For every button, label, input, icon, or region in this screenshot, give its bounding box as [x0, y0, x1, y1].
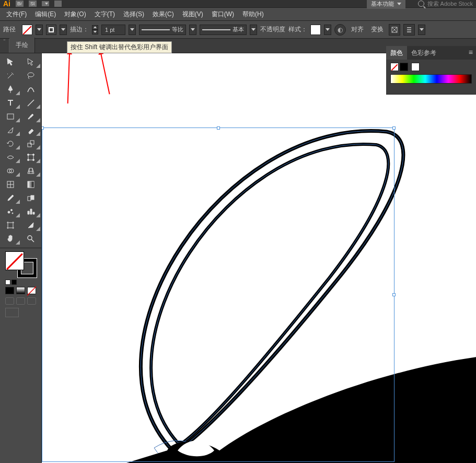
ruler-origin: “ [0, 39, 9, 53]
selection-handle[interactable] [392, 126, 396, 130]
default-fill-stroke-icon[interactable] [5, 280, 17, 285]
panel-tabs: 颜色 色彩参考 ≡ [386, 46, 476, 60]
pen-tool[interactable] [0, 83, 21, 96]
symbol-sprayer-tool[interactable] [0, 205, 21, 218]
menu-select[interactable]: 选择(S) [119, 8, 148, 21]
shaper-tool[interactable] [0, 123, 21, 137]
color-mode-gradient[interactable] [16, 287, 25, 294]
width-tool[interactable] [0, 151, 21, 164]
color-mode-row [0, 287, 41, 294]
profile-dropdown[interactable] [189, 25, 196, 35]
menu-edit[interactable]: 编辑(E) [31, 8, 60, 21]
variable-width-profile[interactable]: 等比 [139, 25, 186, 35]
stock-button[interactable]: St [29, 1, 37, 7]
search-stock-field[interactable]: 搜索 Adobe Stock [418, 0, 473, 8]
workspace-switcher[interactable]: 基本功能 [367, 0, 405, 9]
isolate-button[interactable] [389, 24, 400, 36]
curvature-tool[interactable] [21, 83, 42, 96]
menu-help[interactable]: 帮助(H) [238, 8, 268, 21]
draw-inside[interactable] [27, 297, 36, 305]
chevron-down-icon [130, 28, 134, 31]
type-tool[interactable] [0, 96, 21, 110]
stroke-weight-field[interactable]: 1 pt [101, 25, 125, 35]
menu-object[interactable]: 对象(O) [60, 8, 90, 21]
selection-type-label: 路径 [3, 25, 16, 34]
transform-button[interactable]: 变换 [369, 24, 386, 35]
rectangle-tool[interactable] [0, 110, 21, 123]
color-spectrum[interactable] [390, 74, 472, 84]
tab-color-guide[interactable]: 色彩参考 [407, 46, 440, 60]
blend-tool[interactable] [21, 191, 42, 205]
menu-window[interactable]: 窗口(W) [207, 8, 238, 21]
menu-effect[interactable]: 效果(C) [148, 8, 178, 21]
slice-tool[interactable] [21, 218, 42, 232]
fill-swatch[interactable] [22, 25, 32, 35]
shape-builder-tool[interactable] [0, 164, 21, 178]
color-mode-none[interactable] [27, 287, 36, 294]
opacity-label[interactable]: 不透明度 [260, 25, 285, 34]
stroke-swatch[interactable] [46, 25, 56, 35]
rotate-tool[interactable] [0, 137, 21, 151]
svg-rect-15 [31, 195, 34, 200]
graphic-style-swatch[interactable] [310, 25, 321, 35]
free-transform-tool[interactable] [21, 151, 42, 164]
fill-color-box[interactable] [5, 251, 24, 270]
svg-point-16 [8, 211, 10, 213]
gradient-tool[interactable] [21, 178, 42, 191]
mesh-tool[interactable] [0, 178, 21, 191]
panel-stroke-swatch[interactable] [400, 63, 408, 71]
search-placeholder: 搜索 Adobe Stock [427, 0, 473, 8]
chevron-down-icon [37, 28, 41, 31]
selection-handle[interactable] [392, 293, 396, 296]
fill-stroke-indicator[interactable] [5, 251, 37, 277]
eyedropper-tool[interactable] [0, 191, 21, 205]
menu-view[interactable]: 视图(V) [178, 8, 207, 21]
scale-tool[interactable] [21, 137, 42, 151]
menu-file[interactable]: 文件(F) [2, 8, 31, 21]
selection-handle[interactable] [217, 126, 220, 130]
svg-point-17 [10, 210, 12, 211]
panel-white-swatch[interactable] [411, 63, 420, 71]
panel-fill-swatch[interactable] [390, 63, 399, 71]
brush-dropdown[interactable] [250, 25, 257, 35]
lasso-tool[interactable] [21, 69, 42, 83]
color-mode-solid[interactable] [5, 287, 14, 294]
stroke-weight-stepper[interactable] [92, 25, 98, 34]
chevron-down-icon [251, 28, 256, 31]
zoom-tool[interactable] [21, 232, 42, 246]
canvas[interactable] [42, 53, 476, 463]
fill-dropdown[interactable] [36, 25, 43, 35]
selection-handle[interactable] [42, 126, 44, 130]
panel-menu-icon[interactable]: ≡ [466, 46, 476, 60]
align-button[interactable]: 对齐 [349, 24, 366, 35]
document-tab[interactable]: 手绘 [9, 38, 35, 53]
tab-color[interactable]: 颜色 [386, 46, 407, 60]
line-segment-tool[interactable] [21, 96, 42, 110]
direct-selection-tool[interactable] [21, 55, 42, 69]
draw-behind[interactable] [16, 297, 25, 305]
screen-mode-button[interactable] [5, 308, 19, 317]
bridge-button[interactable]: Br [16, 1, 24, 7]
selection-tool[interactable] [0, 55, 21, 69]
brush-definition[interactable]: 基本 [200, 25, 247, 35]
perspective-grid-tool[interactable] [21, 164, 42, 178]
menu-type[interactable]: 文字(T) [90, 8, 119, 21]
gpu-preview-icon[interactable] [54, 1, 62, 7]
stroke-weight-dropdown[interactable] [129, 25, 136, 35]
align-to-button[interactable] [403, 24, 415, 36]
draw-normal[interactable] [5, 297, 14, 305]
svg-rect-13 [28, 181, 34, 188]
eraser-tool[interactable] [21, 123, 42, 137]
selection-bounding-box[interactable] [42, 128, 394, 462]
style-dropdown[interactable] [324, 25, 331, 35]
column-graph-tool[interactable] [21, 205, 42, 218]
more-options-dropdown[interactable] [418, 25, 425, 35]
magic-wand-tool[interactable] [0, 69, 21, 83]
hand-tool[interactable] [0, 232, 21, 246]
recolor-artwork-button[interactable]: ◐ [334, 24, 346, 36]
swap-fill-stroke-icon[interactable] [30, 250, 38, 258]
paintbrush-tool[interactable] [21, 110, 42, 123]
artboard-tool[interactable] [0, 218, 21, 232]
arrange-documents-icon[interactable] [42, 1, 49, 6]
stroke-dropdown[interactable] [60, 25, 67, 35]
